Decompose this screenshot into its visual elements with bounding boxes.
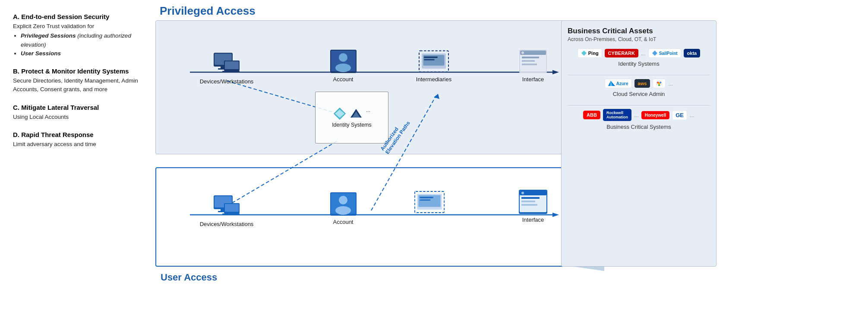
priv-devices-node: Devices/Workstations (199, 51, 255, 85)
okta-logo: okta (684, 49, 701, 57)
ge-logo: GE (672, 110, 687, 120)
bca-bcs-section: ABB RockwellAutomation ... Honeywell GE (568, 109, 710, 130)
priv-devices-label: Devices/Workstations (200, 78, 254, 85)
user-access-title: User Access (161, 272, 217, 283)
priv-intermediaries-label: Intermediaries (416, 76, 451, 83)
svg-rect-33 (522, 57, 539, 58)
svg-marker-65 (581, 51, 587, 56)
privileged-access-title: Privileged Access (160, 4, 868, 18)
priv-account-icon (328, 48, 358, 74)
diagram-canvas: User Access (155, 20, 716, 319)
user-account-label: Account (333, 219, 354, 225)
user-account-node: Account (315, 191, 371, 225)
section-A-body: Explicit Zero Trust validation for Privi… (13, 22, 147, 58)
bca-bcs-logos: ABB RockwellAutomation ... Honeywell GE (568, 109, 710, 121)
bca-identity-section: Ping CYBERARK ... SailPoint okta (568, 48, 710, 67)
bcs-more-dots-top: ... (634, 112, 639, 118)
svg-rect-62 (521, 204, 537, 206)
svg-rect-34 (522, 60, 535, 62)
svg-rect-55 (420, 199, 430, 200)
svg-point-32 (521, 51, 524, 54)
section-D: D. Rapid Threat Response Limit adversary… (13, 131, 147, 149)
svg-rect-19 (222, 71, 240, 72)
identity-systems-box: ... Identity Systems (315, 92, 388, 143)
svg-rect-45 (225, 204, 239, 212)
user-interface-label: Interface (522, 217, 544, 223)
priv-interface-label: Interface (522, 76, 544, 83)
user-devices-icon (211, 193, 242, 219)
ping-logo: Ping (578, 48, 602, 58)
priv-devices-icon (211, 51, 242, 76)
section-B-body: Secure Directories, Identity Management,… (13, 76, 147, 94)
bca-title: Business Critical Assets (568, 27, 710, 35)
svg-point-22 (339, 53, 347, 62)
priv-intermediaries-icon (419, 48, 449, 74)
main-area: Privileged Access User Access (155, 0, 868, 325)
honeywell-logo: Honeywell (641, 111, 669, 119)
user-interface-node: Interface (505, 189, 561, 223)
user-devices-label: Devices/Workstations (200, 221, 254, 227)
section-D-body: Limit adversary access and time (13, 140, 147, 149)
svg-rect-46 (222, 213, 240, 215)
section-C-body: Using Local Accounts (13, 113, 147, 121)
identity-more-dots: ... (641, 50, 646, 57)
bullet-privileged-sessions: Privileged Sessions (including authorize… (21, 32, 147, 49)
svg-rect-28 (424, 59, 435, 61)
left-panel: A. End-to-end Session Security Explicit … (0, 0, 155, 325)
bca-divider-2 (568, 105, 710, 105)
priv-interface-node: Interface (505, 48, 561, 83)
abb-logo: ABB (583, 111, 600, 119)
section-B: B. Protect & Monitor Identity Systems Se… (13, 67, 147, 94)
svg-point-71 (660, 82, 661, 83)
svg-point-70 (657, 82, 659, 83)
bca-bcs-label: Business Critical Systems (568, 124, 710, 130)
identity-systems-icons: ... (333, 107, 370, 120)
priv-interface-icon (518, 48, 548, 74)
rockwell-logo: RockwellAutomation (603, 109, 631, 121)
svg-rect-61 (521, 201, 535, 202)
bca-cloud-logos: Azure aws (568, 79, 710, 88)
svg-marker-66 (652, 51, 657, 56)
section-D-title: D. Rapid Threat Response (13, 131, 147, 138)
aws-logo: aws (634, 79, 650, 88)
user-intermediaries-node (401, 189, 458, 215)
priv-account-label: Account (333, 76, 354, 83)
svg-rect-35 (522, 64, 537, 65)
svg-rect-54 (420, 197, 433, 198)
azure-logo: Azure (605, 79, 632, 88)
user-account-icon (328, 191, 358, 217)
section-B-title: B. Protect & Monitor Identity Systems (13, 67, 147, 75)
svg-point-59 (521, 192, 524, 194)
cyberark-logo: CYBERARK (605, 49, 638, 57)
svg-rect-27 (424, 57, 438, 58)
bca-identity-logos: Ping CYBERARK ... SailPoint okta (568, 48, 710, 58)
sailpoint-logo: SailPoint (648, 48, 681, 58)
bca-divider-1 (568, 75, 710, 75)
gcp-logo (653, 79, 666, 88)
priv-intermediaries-node: Intermediaries (406, 48, 462, 83)
bca-cloud-label: Cloud Service Admin (568, 91, 710, 97)
section-C-title: C. Mitigate Lateral Traversal (13, 104, 147, 111)
user-interface-icon (518, 189, 548, 215)
section-C: C. Mitigate Lateral Traversal Using Loca… (13, 104, 147, 121)
svg-rect-18 (225, 61, 239, 69)
cloud-more-dots: ... (668, 80, 673, 87)
user-intermediaries-icon (414, 189, 445, 215)
bca-cloud-section: Azure aws (568, 79, 710, 97)
svg-point-72 (658, 84, 660, 86)
svg-point-49 (339, 196, 347, 204)
svg-point-23 (335, 64, 351, 72)
bca-panel: Business Critical Assets Across On-Premi… (561, 20, 716, 267)
user-devices-node: Devices/Workstations (199, 193, 255, 227)
bcs-more-dots-bot: ... (690, 112, 694, 118)
svg-rect-60 (521, 197, 540, 199)
bullet-user-sessions: User Sessions (21, 49, 147, 58)
svg-point-50 (335, 206, 351, 215)
identity-systems-label: Identity Systems (332, 122, 372, 128)
priv-account-node: Account (315, 48, 371, 83)
bca-identity-label: Identity Systems (568, 61, 710, 67)
bca-subtitle: Across On-Premises, Cloud, OT, & IoT (568, 36, 710, 42)
section-A: A. End-to-end Session Security Explicit … (13, 13, 147, 58)
section-A-title: A. End-to-end Session Security (13, 13, 147, 20)
